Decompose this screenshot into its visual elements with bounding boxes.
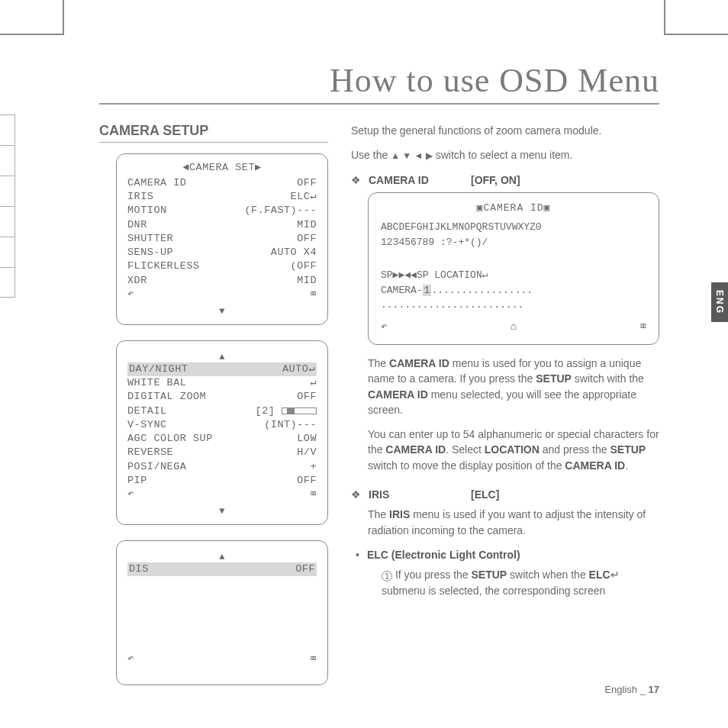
osd1-down-arrow: ▼ [127,306,317,317]
osd-row: DETAIL[2] [127,404,317,418]
camid-charset-1: ABCDEFGHIJKLMNOPQRSTUVWXYZ0 [381,220,646,235]
osd-row: SENS-UPAUTO X4 [127,246,317,259]
camera-id-screen: ▣CAMERA ID▣ ABCDEFGHIJKLMNOPQRSTUVWXYZ0 … [368,192,659,345]
osd-row: MOTION(F.FAST)--- [127,204,317,217]
step-1-icon: 1 [382,571,392,581]
osd-row: SHUTTEROFF [127,232,317,246]
osd-row: DNRMID [127,218,317,232]
osd-row: FLICKERLESS(OFF [127,259,317,273]
camid-charset-2: 123456789 :?-+*()/ [381,235,646,250]
elc-desc: 1 If you press the SETUP switch when the… [382,567,659,598]
item-elc: • ELC (Electronic Light Control) [356,547,659,562]
page-footer: English _ 17 [604,683,659,697]
osd-row: V-SYNC(INT)--- [127,418,317,432]
camid-desc-2: You can enter up to 54 alphanumeric or s… [368,427,659,473]
language-tab: ENG [711,282,728,322]
osd-row: ↶⌧ [127,288,317,301]
camid-dots-line: ........................ [381,298,646,313]
osd-row: XDRMID [127,274,317,288]
osd-row: POSI/NEGA+ [127,460,317,474]
osd-row: ↶⌧ [127,488,317,501]
camid-name-line: CAMERA-1................. [381,283,646,298]
osd-row: IRISELC↵ [127,190,317,204]
osd-row: PIPOFF [127,474,317,488]
osd3-up-arrow: ▲ [127,552,317,562]
intro-text-1: Setup the general functions of zoom came… [351,123,659,138]
camid-back-icon: ↶ [381,319,387,335]
osd2-up-arrow: ▲ [127,352,317,362]
osd-row: WHITE BAL↵ [127,376,317,390]
camid-home-icon: ⌂ [511,319,517,335]
osd1-header: ◄CAMERA SET▶ [127,160,317,173]
osd-row: AGC COLOR SUPLOW [127,432,317,446]
camid-close-icon: ⌧ [640,319,646,335]
osd-row: DIGITAL ZOOMOFF [127,390,317,404]
intro-text-2: Use the ▲ ▼ ◄ ▶ switch to select a menu … [351,147,659,163]
iris-desc: The IRIS menu is used if you want to adj… [368,507,659,538]
camid-header: ▣CAMERA ID▣ [381,201,646,216]
camid-location-line: SP▶▶◀◀SP LOCATION↵ [381,268,646,283]
osd2-down-arrow: ▼ [127,506,317,517]
camid-desc-1: The CAMERA ID menu is used for you to as… [368,356,659,417]
osd-panel-2: ▲ DAY/NIGHTAUTO↵WHITE BAL↵DIGITAL ZOOMOF… [116,340,328,525]
osd3-close-icon: ⌧ [310,652,317,666]
nav-arrows-icon: ▲ ▼ ◄ ▶ [391,150,433,161]
osd-panel-3: ▲ DISOFF ↶ ⌧ [116,540,328,685]
osd-row: REVERSEH/V [127,446,317,459]
osd-row: CAMERA IDOFF [127,176,317,190]
item-camera-id: ❖ CAMERA ID [OFF, ON] [351,172,659,188]
osd-row: DAY/NIGHTAUTO↵ [127,362,317,376]
section-heading: CAMERA SETUP [99,123,328,143]
item-iris: ❖ IRIS [ELC] [351,487,659,502]
osd3-back-icon: ↶ [127,652,134,666]
osd-panel-1: ◄CAMERA SET▶ CAMERA IDOFFIRISELC↵MOTION(… [116,153,328,325]
osd-row: DISOFF [127,562,317,576]
page-title: How to use OSD Menu [99,61,659,105]
